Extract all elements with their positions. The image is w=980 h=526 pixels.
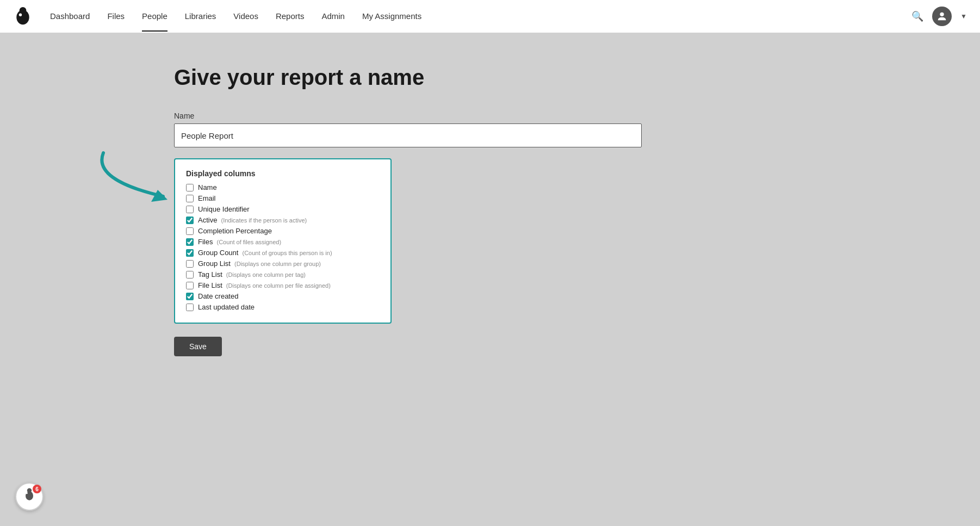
nav-link-my-assignments[interactable]: My Assignments: [362, 2, 421, 32]
column-checkbox-email[interactable]: [186, 195, 194, 202]
list-item: Group List (Displays one column per grou…: [186, 259, 380, 268]
nav-right: 🔍 ▼: [911, 7, 967, 26]
nav-link-reports[interactable]: Reports: [276, 2, 305, 32]
nav-link-people[interactable]: People: [142, 2, 168, 32]
nav-links: Dashboard Files People Libraries Videos …: [50, 2, 911, 32]
page-title: Give your report a name: [174, 65, 980, 90]
column-hint: (Displays one column per tag): [225, 271, 306, 278]
column-label-text: Active: [198, 216, 217, 224]
list-item: Name: [186, 183, 380, 191]
column-checkbox-group-list[interactable]: [186, 260, 194, 268]
columns-box-title: Displayed columns: [186, 169, 380, 178]
column-label-file-list[interactable]: File List (Displays one column per file …: [198, 281, 331, 289]
column-label-group-list[interactable]: Group List (Displays one column per grou…: [198, 259, 321, 268]
list-item: Last updated date: [186, 303, 380, 311]
list-item: Date created: [186, 292, 380, 300]
list-item: Unique Identifier: [186, 205, 380, 213]
avatar-chevron-icon[interactable]: ▼: [960, 13, 967, 20]
column-label-text: Date created: [198, 292, 238, 300]
nav-link-admin[interactable]: Admin: [321, 2, 345, 32]
column-label-text: Group List: [198, 259, 231, 268]
column-label-files[interactable]: Files (Count of files assigned): [198, 238, 281, 246]
list-item: Group Count (Count of groups this person…: [186, 249, 380, 257]
list-item: Tag List (Displays one column per tag): [186, 270, 380, 279]
nav-link-files[interactable]: Files: [107, 2, 125, 32]
notification-widget[interactable]: 6: [15, 482, 44, 511]
svg-point-2: [19, 14, 22, 16]
column-checkbox-completion-percentage[interactable]: [186, 227, 194, 235]
column-hint: (Count of files assigned): [215, 239, 281, 245]
column-checkbox-files[interactable]: [186, 238, 194, 246]
column-label-tag-list[interactable]: Tag List (Displays one column per tag): [198, 270, 306, 279]
column-label-text: Name: [198, 183, 217, 191]
column-label-text: File List: [198, 281, 222, 289]
column-label-group-count[interactable]: Group Count (Count of groups this person…: [198, 249, 332, 257]
column-label-text: Email: [198, 194, 216, 202]
checkboxes-list: NameEmailUnique IdentifierActive (Indica…: [186, 183, 380, 311]
column-label-text: Tag List: [198, 270, 222, 279]
column-label-email[interactable]: Email: [198, 194, 216, 202]
svg-point-6: [27, 488, 32, 492]
report-name-input[interactable]: [174, 123, 642, 147]
column-label-text: Last updated date: [198, 303, 255, 311]
svg-point-7: [26, 492, 28, 494]
search-icon[interactable]: 🔍: [911, 10, 923, 22]
svg-point-1: [20, 7, 27, 14]
list-item: Files (Count of files assigned): [186, 238, 380, 246]
column-label-last-updated-date[interactable]: Last updated date: [198, 303, 255, 311]
list-item: Active (Indicates if the person is activ…: [186, 216, 380, 224]
svg-marker-4: [151, 190, 168, 202]
form-section: Name Displayed columns NameEmailUnique I…: [174, 112, 980, 356]
column-label-unique-identifier[interactable]: Unique Identifier: [198, 205, 250, 213]
nav-link-dashboard[interactable]: Dashboard: [50, 2, 90, 32]
column-checkbox-last-updated-date[interactable]: [186, 304, 194, 311]
column-label-name[interactable]: Name: [198, 183, 217, 191]
column-hint: (Count of groups this person is in): [240, 250, 332, 256]
column-checkbox-name[interactable]: [186, 184, 194, 191]
column-hint: (Indicates if the person is active): [219, 217, 307, 224]
column-label-text: Completion Percentage: [198, 227, 272, 235]
nav-link-videos[interactable]: Videos: [233, 2, 258, 32]
notification-badge: 6: [33, 485, 41, 493]
nav-link-libraries[interactable]: Libraries: [185, 2, 216, 32]
column-label-active[interactable]: Active (Indicates if the person is activ…: [198, 216, 307, 224]
column-hint: (Displays one column per group): [233, 261, 321, 267]
save-button[interactable]: Save: [174, 337, 222, 356]
column-checkbox-group-count[interactable]: [186, 249, 194, 257]
column-checkbox-active[interactable]: [186, 216, 194, 224]
list-item: Email: [186, 194, 380, 202]
arrow-decoration: [87, 147, 185, 213]
list-item: File List (Displays one column per file …: [186, 281, 380, 289]
column-checkbox-date-created[interactable]: [186, 293, 194, 300]
name-label: Name: [174, 112, 980, 120]
list-item: Completion Percentage: [186, 227, 380, 235]
column-label-date-created[interactable]: Date created: [198, 292, 238, 300]
app-logo[interactable]: [13, 7, 33, 26]
column-label-text: Group Count: [198, 249, 238, 257]
column-checkbox-tag-list[interactable]: [186, 271, 194, 279]
column-label-text: Files: [198, 238, 213, 246]
columns-section: Displayed columns NameEmailUnique Identi…: [174, 147, 980, 324]
column-hint: (Displays one column per file assigned): [225, 282, 331, 289]
navigation: Dashboard Files People Libraries Videos …: [0, 0, 980, 33]
column-checkbox-unique-identifier[interactable]: [186, 206, 194, 213]
column-label-text: Unique Identifier: [198, 205, 250, 213]
column-checkbox-file-list[interactable]: [186, 282, 194, 289]
avatar[interactable]: [932, 7, 952, 26]
main-content: Give your report a name Name Displayed c…: [0, 33, 980, 356]
columns-box: Displayed columns NameEmailUnique Identi…: [174, 158, 392, 324]
svg-point-3: [940, 13, 944, 16]
column-label-completion-percentage[interactable]: Completion Percentage: [198, 227, 272, 235]
